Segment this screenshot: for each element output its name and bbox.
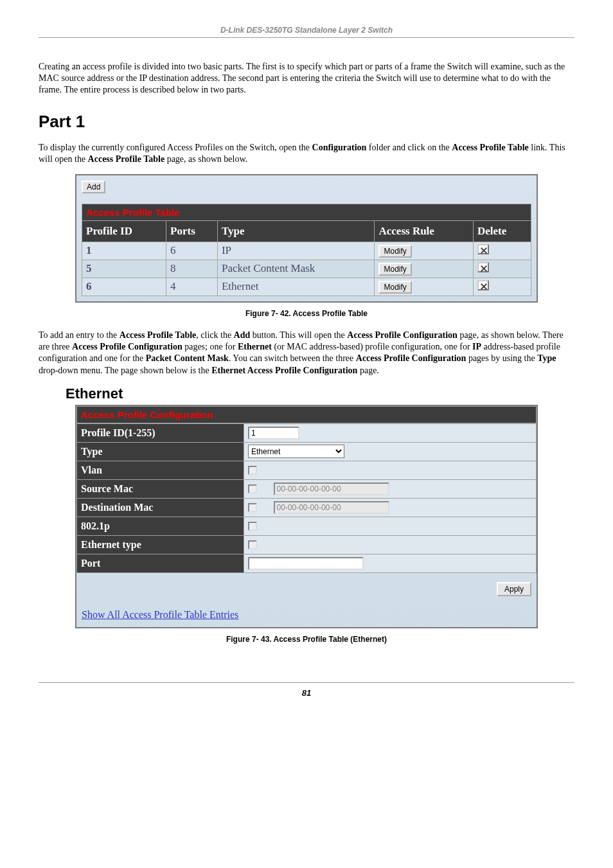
cell-access-rule: Modify [375,260,473,278]
value-cell: Ethernet [244,442,537,461]
value-cell [244,498,537,517]
access-profile-table-figure: Add Access Profile Table Profile ID Port… [75,174,538,303]
value-cell [244,535,537,554]
text-bold: Access Profile Table [88,154,165,164]
text-bold: Access Profile Configuration [347,330,458,340]
access-profile-config-table: Profile ID(1-255) Type Ethernet Vlan Sou… [76,423,537,573]
source-mac-input[interactable] [274,483,389,495]
access-profile-table: Profile ID Ports Type Access Rule Delete… [82,220,531,296]
text: To add an entry to the [39,330,120,340]
row-8021p: 802.1p [77,517,537,535]
cell-type: Ethernet [217,278,375,296]
vlan-checkbox[interactable] [248,466,257,475]
text-bold: Type [537,353,556,363]
part1-paragraph: To display the currently configured Acce… [39,142,574,165]
label-8021p: 802.1p [77,517,244,535]
cell-type: Packet Content Mask [217,260,375,278]
text-bold: Access Profile Configuration [356,353,466,363]
cell-ports: 8 [166,260,218,278]
col-ports: Ports [166,220,218,242]
value-cell [244,554,537,572]
text: , click the [196,330,233,340]
text: page. [357,366,378,375]
modify-button[interactable]: Modify [378,281,411,294]
page-number: 81 [39,682,574,698]
cell-delete [473,242,531,260]
cell-ports: 6 [166,242,218,260]
label-source-mac: Source Mac [77,479,244,498]
intro-paragraph: Creating an access profile is divided in… [39,61,574,96]
text-bold: Packet Content Mask [146,353,229,363]
apply-row: Apply [76,573,537,600]
ethernet-heading: Ethernet [66,385,574,402]
text-bold: Configuration [312,143,367,152]
col-access-rule: Access Rule [375,220,473,242]
dest-mac-checkbox[interactable] [248,503,257,512]
text: pages by using the [466,353,537,363]
row-dest-mac: Destination Mac [77,498,537,517]
value-cell [244,479,537,498]
access-profile-config-figure: Access Profile Configuration Profile ID(… [75,405,538,628]
port-input[interactable] [248,557,364,570]
text-bold: Ethernet [238,342,272,351]
row-type: Type Ethernet [77,442,537,461]
label-vlan: Vlan [77,461,244,479]
delete-icon[interactable] [477,262,489,272]
text: pages; one for [182,342,238,351]
table-row: 1 6 IP Modify [82,242,531,260]
page-footer: 81 [39,682,574,698]
text: folder and click on the [366,143,452,152]
row-vlan: Vlan [77,461,537,479]
text-bold: Add [234,330,251,340]
8021p-checkbox[interactable] [248,522,257,531]
cell-profile-id: 6 [82,278,166,296]
part1-heading: Part 1 [39,112,574,132]
text: page, as shown below. [164,154,247,164]
ethernet-type-checkbox[interactable] [248,540,257,549]
type-select[interactable]: Ethernet [248,445,344,458]
cell-delete [473,278,531,296]
col-profile-id: Profile ID [82,220,166,242]
cell-ports: 4 [166,278,218,296]
modify-button[interactable]: Modify [378,263,411,276]
col-type: Type [217,220,375,242]
access-profile-config-caption: Access Profile Configuration [76,406,537,423]
table-row: 6 4 Ethernet Modify [82,278,531,296]
cell-profile-id: 1 [82,242,166,260]
figure2-caption: Figure 7- 43. Access Profile Table (Ethe… [39,635,574,644]
value-cell [244,461,537,479]
text-bold: Access Profile Table [452,143,529,152]
table-row: 5 8 Packet Content Mask Modify [82,260,531,278]
row-port: Port [77,554,537,572]
label-dest-mac: Destination Mac [77,498,244,517]
source-mac-checkbox[interactable] [248,484,257,493]
label-ethernet-type: Ethernet type [77,535,244,554]
modify-button[interactable]: Modify [378,245,411,258]
delete-icon[interactable] [477,280,489,290]
text: To display the currently configured Acce… [39,143,312,152]
figure1-caption: Figure 7- 42. Access Profile Table [75,309,538,318]
access-profile-table-caption: Access Profile Table [82,204,531,220]
profile-id-input[interactable] [248,427,299,439]
cell-delete [473,260,531,278]
table-header-row: Profile ID Ports Type Access Rule Delete [82,220,531,242]
row-ethernet-type: Ethernet type [77,535,537,554]
between-paragraph: To add an entry to the Access Profile Ta… [39,330,574,376]
row-profile-id: Profile ID(1-255) [77,423,537,442]
text: (or MAC address-based) profile configura… [272,342,472,351]
col-delete: Delete [473,220,531,242]
text: drop-down menu. The page shown below is … [39,366,211,375]
apply-button[interactable]: Apply [497,582,531,596]
show-all-link[interactable]: Show All Access Profile Table Entries [76,600,537,627]
cell-access-rule: Modify [375,242,473,260]
label-profile-id: Profile ID(1-255) [77,423,244,442]
cell-type: IP [217,242,375,260]
dest-mac-input[interactable] [274,501,389,514]
value-cell [244,423,537,442]
text-bold: Access Profile Configuration [72,342,182,351]
add-button[interactable]: Add [82,181,105,193]
label-type: Type [77,442,244,461]
text-bold: Access Profile Table [120,330,197,340]
text: button. This will open the [250,330,347,340]
delete-icon[interactable] [477,244,489,254]
